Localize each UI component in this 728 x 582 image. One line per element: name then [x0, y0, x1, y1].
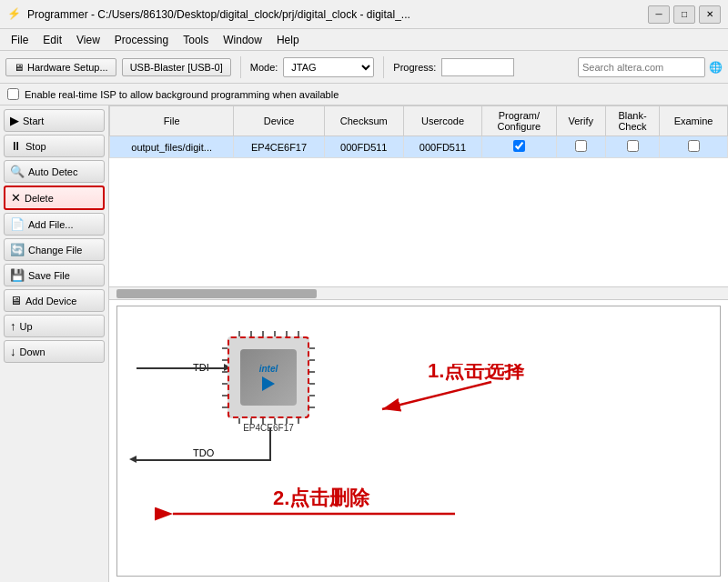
globe-icon: 🌐 — [709, 61, 723, 74]
progress-box — [441, 58, 514, 76]
chip-inner: intel — [240, 349, 297, 406]
mode-select[interactable]: JTAG Active Serial Passive Serial — [283, 57, 374, 77]
add-device-button[interactable]: 🖥 Add Device — [4, 289, 105, 312]
up-button[interactable]: ↑ Up — [4, 315, 105, 337]
col-verify: Verify — [556, 106, 605, 136]
menu-item-file[interactable]: File — [4, 32, 35, 48]
pin — [238, 418, 240, 424]
col-blank-check: Blank-Check — [605, 106, 659, 136]
save-file-button[interactable]: 💾 Save File — [4, 264, 105, 286]
down-button[interactable]: ↓ Down — [4, 340, 105, 363]
auto-detect-button[interactable]: 🔍 Auto Detec — [4, 160, 105, 183]
save-file-label: Save File — [28, 270, 70, 281]
up-label: Up — [20, 321, 33, 332]
col-program: Program/Configure — [482, 106, 556, 136]
program-checkbox[interactable] — [513, 140, 525, 152]
pin — [309, 406, 315, 408]
scroll-thumb[interactable] — [116, 289, 317, 298]
maximize-button[interactable]: □ — [673, 5, 695, 24]
chip-diagram[interactable]: intel EP4CE6F17 — [228, 336, 309, 418]
down-label: Down — [20, 346, 46, 357]
chip-pins-left — [222, 342, 228, 413]
cell-blank-check[interactable] — [605, 136, 659, 158]
right-area: File Device Checksum Usercode Program/Co… — [109, 105, 728, 582]
pin — [274, 331, 276, 336]
pin — [298, 331, 299, 336]
minimize-button[interactable]: ─ — [648, 5, 670, 24]
up-icon: ↑ — [10, 319, 16, 333]
isp-checkbox[interactable] — [7, 88, 19, 100]
menu-item-tools[interactable]: Tools — [176, 32, 216, 48]
search-input[interactable] — [578, 57, 705, 77]
horizontal-scrollbar[interactable] — [109, 287, 728, 300]
pin — [222, 383, 228, 385]
tdo-label: TDO — [193, 447, 214, 458]
isp-label: Enable real-time ISP to allow background… — [25, 89, 339, 100]
pin — [309, 371, 315, 373]
col-usercode: Usercode — [403, 106, 481, 136]
window-title: Programmer - C:/Users/86130/Desktop/digi… — [27, 8, 648, 21]
cell-program[interactable] — [482, 136, 556, 158]
menu-item-help[interactable]: Help — [269, 32, 307, 48]
cell-examine[interactable] — [660, 136, 728, 158]
pin — [298, 418, 299, 424]
chip-content: intel — [259, 364, 278, 391]
title-bar: ⚡ Programmer - C:/Users/86130/Desktop/di… — [0, 0, 728, 29]
toolbar-separator-2 — [383, 56, 384, 78]
start-button[interactable]: ▶ Start — [4, 109, 105, 132]
cell-device: EP4CE6F17 — [234, 136, 324, 158]
delete-button[interactable]: ✕ Delete — [4, 186, 105, 210]
cell-usercode: 000FD511 — [403, 136, 481, 158]
chip-name-label: EP4CE6F17 — [243, 423, 294, 433]
start-icon: ▶ — [10, 114, 19, 127]
tdo-line-h — [136, 459, 271, 461]
pin — [309, 395, 315, 396]
stop-button[interactable]: ⏸ Stop — [4, 135, 105, 157]
col-checksum: Checksum — [324, 106, 403, 136]
chip-pins-top — [233, 331, 304, 336]
search-box: 🌐 — [578, 57, 723, 77]
device-diagram-area: TDI TDO — [109, 300, 728, 582]
table-row[interactable]: output_files/digit... EP4CE6F17 000FD511… — [110, 136, 728, 158]
sidebar: ▶ Start ⏸ Stop 🔍 Auto Detec ✕ Delete 📄 A… — [0, 105, 109, 582]
menu-item-processing[interactable]: Processing — [107, 32, 176, 48]
pin — [286, 331, 288, 336]
pin — [222, 347, 228, 349]
stop-label: Stop — [25, 141, 46, 152]
add-device-icon: 🖥 — [10, 294, 22, 307]
menu-item-window[interactable]: Window — [216, 32, 269, 48]
pin — [309, 359, 315, 361]
usb-blaster-button[interactable]: USB-Blaster [USB-0] — [122, 58, 231, 76]
examine-checkbox[interactable] — [688, 140, 700, 152]
cell-verify[interactable] — [556, 136, 605, 158]
stop-icon: ⏸ — [10, 139, 22, 153]
main-content: ▶ Start ⏸ Stop 🔍 Auto Detec ✕ Delete 📄 A… — [0, 105, 728, 582]
hardware-setup-button[interactable]: 🖥 Hardware Setup... — [5, 58, 116, 76]
menu-item-view[interactable]: View — [69, 32, 107, 48]
isp-row: Enable real-time ISP to allow background… — [0, 84, 728, 105]
pin — [238, 331, 240, 336]
add-file-button[interactable]: 📄 Add File... — [4, 213, 105, 236]
delete-icon: ✕ — [11, 191, 21, 205]
tdi-line — [136, 367, 228, 369]
pin — [309, 383, 315, 385]
verify-checkbox[interactable] — [575, 140, 587, 152]
delete-label: Delete — [25, 193, 54, 204]
close-button[interactable]: ✕ — [699, 5, 721, 24]
col-file: File — [110, 106, 234, 136]
blank-check-checkbox[interactable] — [627, 140, 639, 152]
file-table: File Device Checksum Usercode Program/Co… — [109, 105, 728, 158]
change-file-icon: 🔄 — [10, 243, 25, 256]
menu-item-edit[interactable]: Edit — [35, 32, 69, 48]
chip-outer[interactable]: intel EP4CE6F17 — [228, 336, 309, 418]
col-device: Device — [234, 106, 324, 136]
pin — [262, 331, 264, 336]
hardware-setup-icon: 🖥 — [14, 62, 24, 73]
chip-play-icon — [262, 376, 275, 391]
pin — [222, 395, 228, 396]
change-file-button[interactable]: 🔄 Change File — [4, 238, 105, 261]
save-file-icon: 💾 — [10, 268, 25, 282]
window-controls[interactable]: ─ □ ✕ — [648, 5, 721, 24]
add-file-icon: 📄 — [10, 217, 25, 231]
intel-logo: intel — [259, 364, 278, 375]
